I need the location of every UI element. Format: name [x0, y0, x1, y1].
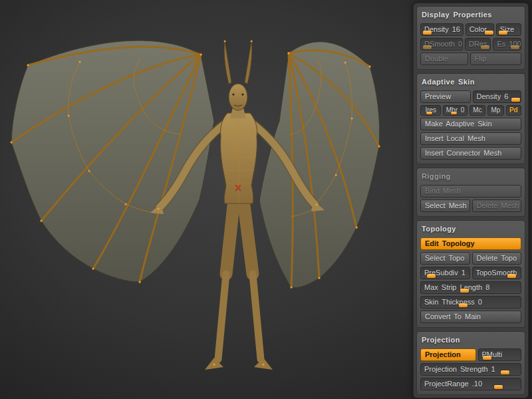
slider-label: Density 6 — [477, 92, 509, 100]
pmulti-toggle[interactable]: PMulti — [478, 348, 521, 361]
projection-row-3: ProjectRange .10 — [420, 378, 521, 390]
slider-handle — [511, 45, 519, 49]
topology-row-6: Convert To Main — [420, 311, 521, 323]
density-slider[interactable]: Density 16 — [420, 23, 464, 36]
select-topo-button[interactable]: Select Topo — [420, 252, 470, 265]
section-rigging: Rigging Bind Mesh Select Mesh Delete Mes… — [416, 168, 525, 217]
slider-label: Max Strip Length 8 — [424, 283, 489, 291]
size-slider[interactable]: Size — [496, 23, 521, 36]
adaptive-density-slider[interactable]: Density 6 — [473, 90, 522, 103]
rigging-row-2: Select Mesh Delete Mesh — [420, 200, 521, 212]
toggle-label: Mp — [491, 106, 500, 114]
slider-handle[interactable] — [460, 289, 469, 293]
tool-panel: Display Properties Density 16 Color Size… — [413, 3, 529, 398]
topology-row-5: Skin Thickness 0 — [420, 296, 521, 309]
section-projection: Projection Projection PMulti Projection … — [416, 331, 525, 395]
adaptive-row-5: Insert Connector Mesh — [420, 147, 521, 160]
mp-toggle[interactable]: Mp — [487, 105, 504, 116]
toposmooth-slider[interactable]: TopoSmooth — [472, 267, 522, 279]
slider-handle — [481, 45, 489, 49]
slider-label: Skin Thickness 0 — [424, 298, 482, 306]
section-title-adaptive-skin: Adaptive Skin — [420, 76, 521, 88]
mc-toggle[interactable]: Mc — [469, 105, 486, 116]
adaptive-row-3: Make Adaptive Skin — [420, 118, 521, 130]
rigging-row-1: Bind Mesh — [420, 185, 521, 198]
slider-handle[interactable] — [423, 31, 432, 35]
double-button: Double — [420, 53, 468, 65]
slider-handle[interactable] — [507, 274, 516, 278]
delete-topo-button[interactable]: Delete Topo — [472, 252, 522, 265]
projection-button[interactable]: Projection — [420, 348, 476, 361]
right-wing — [259, 42, 380, 288]
bind-mesh-button: Bind Mesh — [420, 185, 521, 198]
topology-row-2: Select Topo Delete Topo — [420, 252, 521, 265]
color-slider[interactable]: Color — [466, 23, 494, 36]
dsmooth-slider: DSmooth 0 — [420, 38, 463, 51]
section-title-rigging: Rigging — [420, 171, 521, 183]
slider-handle — [423, 45, 432, 49]
topology-row-4: Max Strip Length 8 — [420, 281, 521, 294]
preview-button[interactable]: Preview — [420, 90, 471, 103]
section-adaptive-skin: Adaptive Skin Preview Density 6 Ires Mbr… — [416, 73, 525, 164]
display-row-1: Density 16 Color Size — [420, 23, 521, 36]
projection-row-2: Projection Strength 1 — [420, 363, 521, 376]
slider-label: ProjectRange .10 — [424, 380, 482, 388]
presubdiv-slider[interactable]: PreSubdiv 1 — [420, 267, 470, 279]
skin-thickness-slider[interactable]: Skin Thickness 0 — [420, 296, 521, 309]
torso — [221, 113, 257, 203]
section-display-properties: Display Properties Density 16 Color Size… — [416, 6, 525, 70]
ires-slider[interactable]: Ires — [420, 105, 441, 116]
slider-handle[interactable] — [426, 112, 432, 114]
make-adaptive-skin-button[interactable]: Make Adaptive Skin — [420, 118, 521, 130]
head — [229, 84, 247, 118]
flip-button: Flip — [470, 53, 521, 65]
slider-handle[interactable] — [483, 356, 491, 360]
zbrush-app-window: Display Properties Density 16 Color Size… — [0, 0, 532, 399]
insert-local-mesh-button[interactable]: Insert Local Mesh — [420, 132, 521, 145]
slider-handle[interactable] — [485, 31, 493, 35]
slider-handle[interactable] — [511, 98, 520, 102]
slider-label: Color — [469, 25, 487, 33]
select-mesh-button[interactable]: Select Mesh — [420, 200, 470, 212]
section-topology: Topology Edit Topology Select Topo Delet… — [416, 220, 525, 328]
slider-handle[interactable] — [501, 370, 509, 374]
pd-toggle[interactable]: Pd — [506, 105, 521, 116]
topology-row-1: Edit Topology — [420, 237, 521, 250]
left-wing — [11, 41, 214, 282]
mbr-slider[interactable]: Mbr 0 — [443, 105, 467, 116]
adaptive-row-1: Preview Density 6 — [420, 90, 521, 103]
slider-handle[interactable] — [459, 303, 467, 307]
slider-handle[interactable] — [451, 112, 457, 114]
slider-handle[interactable] — [494, 385, 503, 389]
projection-row-1: Projection PMulti — [420, 348, 521, 361]
edit-topology-button[interactable]: Edit Topology — [420, 237, 521, 250]
toggle-label: Mc — [473, 106, 481, 114]
horns — [224, 41, 252, 84]
dres-slider: DRes — [465, 38, 491, 51]
creature-model — [0, 0, 412, 399]
display-row-3: Double Flip — [420, 53, 521, 65]
topology-row-3: PreSubdiv 1 TopoSmooth — [420, 267, 521, 279]
insert-connector-mesh-button[interactable]: Insert Connector Mesh — [420, 147, 521, 160]
convert-to-main-button[interactable]: Convert To Main — [420, 311, 521, 323]
projection-strength-slider[interactable]: Projection Strength 1 — [420, 363, 521, 376]
section-title-display-properties: Display Properties — [420, 9, 521, 21]
slider-label: Projection Strength 1 — [424, 365, 495, 373]
adaptive-row-4: Insert Local Mesh — [420, 132, 521, 145]
section-title-projection: Projection — [420, 334, 521, 346]
legs — [205, 200, 273, 370]
display-row-2: DSmooth 0 DRes Es 100 — [420, 38, 521, 51]
slider-handle[interactable] — [499, 31, 507, 35]
project-range-slider[interactable]: ProjectRange .10 — [420, 378, 521, 390]
es-slider: Es 100 — [493, 38, 521, 51]
adaptive-row-2: Ires Mbr 0 Mc Mp Pd — [420, 105, 521, 116]
section-title-topology: Topology — [420, 223, 521, 235]
max-strip-length-slider[interactable]: Max Strip Length 8 — [420, 281, 521, 294]
toggle-label: Pd — [509, 106, 518, 114]
slider-handle[interactable] — [427, 274, 436, 278]
delete-mesh-button: Delete Mesh — [472, 200, 522, 212]
